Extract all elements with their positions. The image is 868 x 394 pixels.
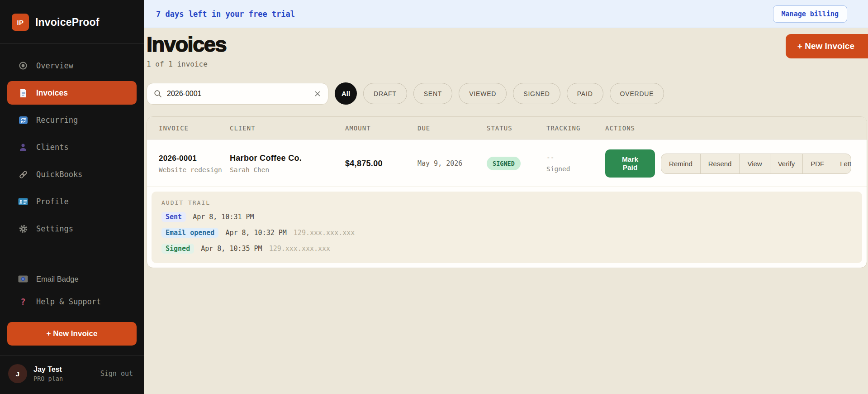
column-header-actions: ACTIONS	[605, 125, 867, 132]
column-header-tracking: TRACKING	[546, 125, 605, 132]
letter-button[interactable]: Letter	[832, 154, 851, 173]
audit-event-ip: 129.xxx.xxx.xxx	[294, 229, 355, 237]
sidebar: IP InvoiceProof Overview Invoices Recurr…	[0, 0, 144, 394]
sidebar-item-label: Email Badge	[36, 275, 79, 283]
search-box[interactable]	[147, 83, 328, 105]
audit-event-label: Email opened	[161, 228, 218, 238]
filter-chip-overdue[interactable]: OVERDUE	[610, 83, 664, 104]
sidebar-item-label: QuickBooks	[36, 170, 82, 179]
verify-button[interactable]: Verify	[770, 154, 803, 173]
search-input[interactable]	[167, 90, 309, 98]
mark-paid-button[interactable]: Mark Paid	[605, 149, 655, 178]
primary-nav: Overview Invoices Recurring Clients Quic…	[0, 44, 144, 244]
page-title: Invoices	[147, 32, 868, 57]
filter-chip-viewed[interactable]: VIEWED	[459, 83, 507, 104]
column-header-invoice: INVOICE	[159, 125, 230, 132]
sidebar-new-invoice-button[interactable]: + New Invoice	[7, 322, 137, 346]
sidebar-item-overview[interactable]: Overview	[7, 54, 137, 77]
recurring-loop-icon	[18, 115, 28, 125]
sidebar-item-profile[interactable]: Profile	[7, 190, 137, 213]
filter-row: All DRAFT SENT VIEWED SIGNED PAID OVERDU…	[147, 82, 868, 105]
view-button[interactable]: View	[739, 154, 769, 173]
filter-chip-sent[interactable]: SENT	[413, 83, 453, 104]
avatar[interactable]: J	[8, 364, 27, 383]
pdf-button[interactable]: PDF	[802, 154, 832, 173]
filter-chip-signed[interactable]: SIGNED	[513, 83, 560, 104]
sign-out-button[interactable]: Sign out	[100, 370, 133, 378]
audit-event-time: Apr 8, 10:35 PM	[201, 245, 262, 253]
sidebar-item-help-support[interactable]: ? Help & Support	[7, 291, 137, 312]
sidebar-item-email-badge[interactable]: Email Badge	[7, 269, 137, 289]
table-row: 2026-0001 Website redesign Harbor Coffee…	[147, 139, 867, 187]
invoice-description: Website redesign	[159, 166, 230, 173]
app-logo: IP InvoiceProof	[0, 0, 144, 44]
audit-event-ip: 129.xxx.xxx.xxx	[269, 245, 330, 253]
amount-cell: $4,875.00	[345, 159, 417, 168]
sidebar-item-settings[interactable]: Settings	[7, 217, 137, 240]
action-button-group: Remind Resend View Verify PDF Letter	[661, 154, 851, 174]
manage-billing-button[interactable]: Manage billing	[773, 5, 847, 23]
invoice-number[interactable]: 2026-0001	[159, 154, 230, 163]
main-area: 7 days left in your free trial Manage bi…	[144, 0, 868, 394]
sidebar-spacer	[0, 244, 144, 269]
content: Invoices 1 of 1 invoice + New Invoice Al…	[144, 28, 868, 394]
resend-button[interactable]: Resend	[700, 154, 740, 173]
audit-event-time: Apr 8, 10:31 PM	[193, 213, 254, 221]
sidebar-item-recurring[interactable]: Recurring	[7, 108, 137, 132]
trial-message: 7 days left in your free trial	[156, 10, 295, 19]
clear-search-icon[interactable]	[314, 91, 321, 97]
audit-event-label: Sent	[161, 212, 186, 222]
client-name: Harbor Coffee Co.	[230, 154, 345, 163]
sidebar-item-label: Invoices	[36, 88, 68, 98]
client-contact: Sarah Chen	[230, 166, 345, 173]
remind-button[interactable]: Remind	[661, 154, 700, 173]
new-invoice-button[interactable]: + New Invoice	[786, 34, 868, 58]
column-header-due: DUE	[417, 125, 487, 132]
sidebar-item-label: Overview	[36, 61, 73, 70]
audit-event-signed: Signed Apr 8, 10:35 PM 129.xxx.xxx.xxx	[161, 244, 852, 254]
sidebar-item-label: Help & Support	[36, 297, 101, 306]
link-icon	[18, 169, 28, 179]
sidebar-item-label: Recurring	[36, 115, 78, 125]
filter-chip-all[interactable]: All	[335, 82, 357, 105]
user-name: Jay Test	[33, 365, 63, 374]
column-header-client: CLIENT	[230, 125, 345, 132]
column-header-amount: AMOUNT	[345, 125, 417, 132]
audit-event-time: Apr 8, 10:32 PM	[225, 229, 286, 237]
invoice-count: 1 of 1 invoice	[147, 60, 868, 68]
sidebar-item-invoices[interactable]: Invoices	[7, 81, 137, 105]
invoice-document-icon	[18, 88, 28, 98]
user-info: Jay Test PRO plan	[33, 365, 63, 382]
audit-trail-title: AUDIT TRAIL	[161, 199, 852, 206]
question-mark-icon: ?	[18, 297, 28, 307]
status-cell: SIGNED	[487, 157, 546, 170]
gear-icon	[18, 224, 28, 234]
tracking-line-2: Signed	[546, 163, 605, 175]
audit-event-sent: Sent Apr 8, 10:31 PM	[161, 212, 852, 222]
status-badge: SIGNED	[487, 157, 521, 170]
audit-trail-panel: AUDIT TRAIL Sent Apr 8, 10:31 PM Email o…	[152, 192, 862, 263]
sidebar-item-label: Profile	[36, 197, 69, 206]
invoice-cell: 2026-0001 Website redesign	[159, 154, 230, 173]
filter-chip-draft[interactable]: DRAFT	[363, 83, 407, 104]
person-icon	[18, 142, 28, 152]
sidebar-item-label: Settings	[36, 224, 73, 233]
sidebar-item-label: Clients	[36, 143, 69, 152]
audit-event-label: Signed	[161, 244, 194, 254]
client-cell: Harbor Coffee Co. Sarah Chen	[230, 154, 345, 173]
table-header: INVOICE CLIENT AMOUNT DUE STATUS TRACKIN…	[147, 117, 867, 139]
logo-icon: IP	[12, 14, 29, 31]
filter-chip-paid[interactable]: PAID	[567, 83, 603, 104]
audit-event-opened: Email opened Apr 8, 10:32 PM 129.xxx.xxx…	[161, 228, 852, 238]
search-icon	[154, 90, 162, 98]
user-section: J Jay Test PRO plan Sign out	[0, 356, 144, 394]
due-date-cell: May 9, 2026	[417, 159, 487, 168]
trial-banner: 7 days left in your free trial Manage bi…	[144, 0, 868, 28]
actions-cell: Mark Paid Remind Resend View Verify PDF …	[605, 149, 867, 178]
overview-icon	[18, 61, 28, 71]
tracking-cell: -- Signed	[546, 152, 605, 175]
sidebar-item-clients[interactable]: Clients	[7, 135, 137, 159]
user-plan-badge: PRO plan	[33, 375, 63, 382]
secondary-nav: Email Badge ? Help & Support	[0, 269, 144, 314]
sidebar-item-quickbooks[interactable]: QuickBooks	[7, 163, 137, 186]
